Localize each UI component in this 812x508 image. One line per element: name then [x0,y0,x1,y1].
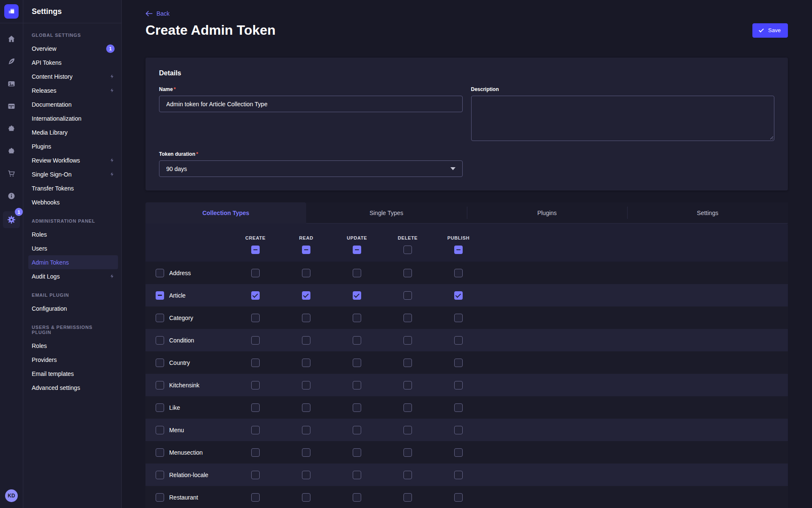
category-update-checkbox[interactable] [353,314,361,322]
address-read-checkbox[interactable] [302,269,310,277]
select-all-read-checkbox[interactable] [302,246,310,254]
description-input[interactable] [471,96,775,141]
article-update-checkbox[interactable] [353,291,361,300]
strapi-logo[interactable] [4,4,19,19]
tab-settings[interactable]: Settings [627,202,788,224]
sidebar-item-webhooks[interactable]: Webhooks [28,195,118,209]
sidebar-item-api-tokens[interactable]: API Tokens [28,55,118,69]
sidebar-item-users[interactable]: Users [28,241,118,255]
condition-row-checkbox[interactable] [156,336,164,345]
article-publish-checkbox[interactable] [454,291,463,300]
menu-publish-checkbox[interactable] [454,426,463,434]
condition-update-checkbox[interactable] [353,336,361,345]
restaurant-create-checkbox[interactable] [251,493,260,502]
select-all-create-checkbox[interactable] [251,246,260,254]
info-icon[interactable] [7,191,16,201]
menu-read-checkbox[interactable] [302,426,310,434]
relation-locale-row-checkbox[interactable] [156,471,164,479]
layout-icon[interactable] [7,102,16,111]
menu-row-checkbox[interactable] [156,426,164,434]
sidebar-item-review-workflows[interactable]: Review Workflows [28,153,118,167]
relation-locale-read-checkbox[interactable] [302,471,310,479]
article-row-checkbox[interactable] [156,291,164,300]
select-all-delete-checkbox[interactable] [403,246,412,254]
save-button[interactable]: Save [752,23,788,38]
puzzle-icon[interactable] [7,124,16,133]
sidebar-item-roles[interactable]: Roles [28,227,118,241]
address-update-checkbox[interactable] [353,269,361,277]
restaurant-publish-checkbox[interactable] [454,493,463,502]
pen-icon[interactable] [7,57,16,66]
sidebar-item-media-library[interactable]: Media Library [28,125,118,139]
name-input[interactable] [159,96,463,112]
country-row-checkbox[interactable] [156,359,164,367]
category-delete-checkbox[interactable] [403,314,412,322]
country-update-checkbox[interactable] [353,359,361,367]
relation-locale-create-checkbox[interactable] [251,471,260,479]
sidebar-item-content-history[interactable]: Content History [28,69,118,83]
images-icon[interactable] [7,79,16,88]
like-create-checkbox[interactable] [251,403,260,412]
article-create-checkbox[interactable] [251,291,260,300]
condition-read-checkbox[interactable] [302,336,310,345]
sidebar-item-single-sign-on[interactable]: Single Sign-On [28,167,118,181]
select-all-update-checkbox[interactable] [353,246,361,254]
menu-update-checkbox[interactable] [353,426,361,434]
tab-collection-types[interactable]: Collection Types [145,202,306,224]
sidebar-item-roles[interactable]: Roles [28,339,118,353]
menusection-read-checkbox[interactable] [302,448,310,457]
token-duration-select[interactable]: 90 days [159,160,463,177]
country-read-checkbox[interactable] [302,359,310,367]
restaurant-update-checkbox[interactable] [353,493,361,502]
category-publish-checkbox[interactable] [454,314,463,322]
country-create-checkbox[interactable] [251,359,260,367]
kitchensink-read-checkbox[interactable] [302,381,310,389]
menusection-create-checkbox[interactable] [251,448,260,457]
category-row-checkbox[interactable] [156,314,164,322]
menusection-update-checkbox[interactable] [353,448,361,457]
tab-plugins[interactable]: Plugins [467,202,628,224]
condition-publish-checkbox[interactable] [454,336,463,345]
cart-icon[interactable] [7,169,16,178]
sidebar-item-advanced-settings[interactable]: Advanced settings [28,381,118,395]
kitchensink-publish-checkbox[interactable] [454,381,463,389]
sidebar-item-plugins[interactable]: Plugins [28,139,118,153]
menu-delete-checkbox[interactable] [403,426,412,434]
restaurant-delete-checkbox[interactable] [403,493,412,502]
like-row-checkbox[interactable] [156,403,164,412]
article-delete-checkbox[interactable] [403,291,412,300]
kitchensink-row-checkbox[interactable] [156,381,164,389]
sidebar-item-transfer-tokens[interactable]: Transfer Tokens [28,181,118,195]
menusection-delete-checkbox[interactable] [403,448,412,457]
restaurant-row-checkbox[interactable] [156,493,164,502]
category-create-checkbox[interactable] [251,314,260,322]
kitchensink-create-checkbox[interactable] [251,381,260,389]
menu-create-checkbox[interactable] [251,426,260,434]
country-publish-checkbox[interactable] [454,359,463,367]
like-read-checkbox[interactable] [302,403,310,412]
like-delete-checkbox[interactable] [403,403,412,412]
restaurant-read-checkbox[interactable] [302,493,310,502]
relation-locale-delete-checkbox[interactable] [403,471,412,479]
condition-create-checkbox[interactable] [251,336,260,345]
country-delete-checkbox[interactable] [403,359,412,367]
address-delete-checkbox[interactable] [403,269,412,277]
tab-single-types[interactable]: Single Types [306,202,467,224]
sidebar-item-providers[interactable]: Providers [28,353,118,367]
select-all-publish-checkbox[interactable] [454,246,463,254]
relation-locale-update-checkbox[interactable] [353,471,361,479]
address-create-checkbox[interactable] [251,269,260,277]
back-link[interactable]: Back [145,10,170,17]
kitchensink-delete-checkbox[interactable] [403,381,412,389]
settings-gear-button[interactable]: 1 [3,211,20,228]
menusection-row-checkbox[interactable] [156,448,164,457]
sidebar-item-documentation[interactable]: Documentation [28,97,118,111]
menusection-publish-checkbox[interactable] [454,448,463,457]
address-publish-checkbox[interactable] [454,269,463,277]
condition-delete-checkbox[interactable] [403,336,412,345]
user-avatar[interactable]: KD [5,489,18,502]
category-read-checkbox[interactable] [302,314,310,322]
like-update-checkbox[interactable] [353,403,361,412]
sidebar-item-email-templates[interactable]: Email templates [28,367,118,381]
sidebar-item-overview[interactable]: Overview1 [28,41,118,55]
